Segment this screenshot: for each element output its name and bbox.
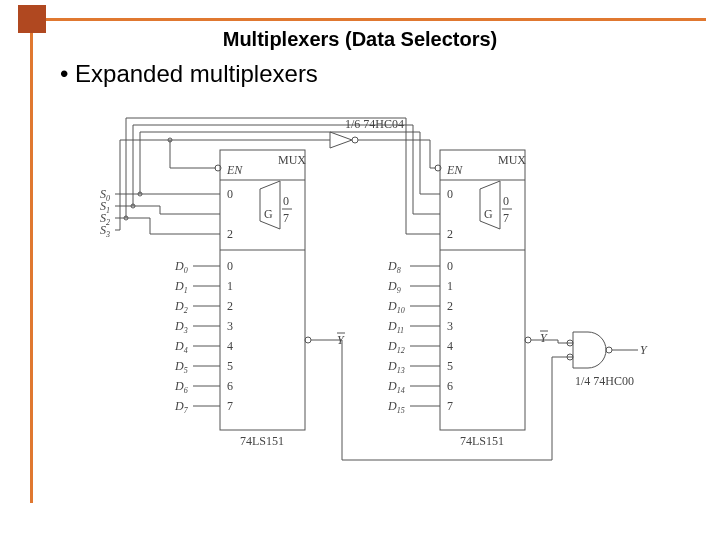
left-rule [30, 33, 33, 503]
svg-text:D5: D5 [174, 359, 188, 375]
inverter-icon [330, 132, 352, 148]
svg-text:D14: D14 [387, 379, 405, 395]
svg-text:2: 2 [447, 299, 453, 313]
svg-text:D10: D10 [387, 299, 405, 315]
svg-text:4: 4 [447, 339, 453, 353]
mux-left-g7: 7 [283, 211, 289, 225]
nand-gate-icon [573, 332, 606, 368]
ybar-right-label: Y [540, 331, 548, 345]
svg-text:2: 2 [447, 227, 453, 241]
mux-left-title: MUX [278, 153, 306, 167]
svg-text:0: 0 [447, 187, 453, 201]
schematic-diagram: MUX EN G 0 7 0 2 0 1 2 3 4 5 6 7 74LS151… [90, 110, 650, 480]
slide-title: Multiplexers (Data Selectors) [0, 28, 720, 51]
svg-text:D8: D8 [387, 259, 401, 275]
svg-text:0: 0 [447, 259, 453, 273]
svg-text:6: 6 [227, 379, 233, 393]
svg-text:D11: D11 [387, 319, 404, 335]
data-labels-left: D0 D1 D2 D3 D4 D5 D6 D7 [174, 259, 189, 415]
svg-text:D7: D7 [174, 399, 189, 415]
svg-point-64 [305, 337, 311, 343]
svg-text:7: 7 [503, 211, 509, 225]
top-rule [46, 18, 706, 21]
mux-right-g: G [484, 207, 493, 221]
mux-left-sel2: 2 [227, 227, 233, 241]
bullet-text: • Expanded multiplexers [60, 60, 318, 88]
svg-text:D6: D6 [174, 379, 188, 395]
svg-text:7: 7 [227, 399, 233, 413]
svg-text:D9: D9 [387, 279, 401, 295]
svg-text:D12: D12 [387, 339, 405, 355]
mux-left-sel0: 0 [227, 187, 233, 201]
svg-text:D3: D3 [174, 319, 188, 335]
svg-text:1: 1 [227, 279, 233, 293]
svg-text:D1: D1 [174, 279, 188, 295]
mux-left-en: EN [226, 163, 243, 177]
svg-text:D13: D13 [387, 359, 405, 375]
svg-text:5: 5 [447, 359, 453, 373]
nand-label: 1/4 74HC00 [575, 374, 634, 388]
svg-text:D15: D15 [387, 399, 405, 415]
svg-text:6: 6 [447, 379, 453, 393]
ybar-left-label: Y [337, 333, 345, 347]
svg-text:0: 0 [503, 194, 509, 208]
svg-text:1: 1 [447, 279, 453, 293]
mux-left-g0: 0 [283, 194, 289, 208]
data-labels-right: D8 D9 D10 D11 D12 D13 D14 D15 [387, 259, 405, 415]
y-output-label: Y [640, 343, 648, 357]
svg-text:0: 0 [227, 259, 233, 273]
svg-point-71 [525, 337, 531, 343]
mux-left-g: G [264, 207, 273, 221]
mux-right-en: EN [446, 163, 463, 177]
svg-text:D2: D2 [174, 299, 188, 315]
svg-text:5: 5 [227, 359, 233, 373]
svg-text:3: 3 [447, 319, 453, 333]
svg-text:7: 7 [447, 399, 453, 413]
mux-right-caption: 74LS151 [460, 434, 504, 448]
svg-text:2: 2 [227, 299, 233, 313]
svg-text:4: 4 [227, 339, 233, 353]
mux-right-title: MUX [498, 153, 526, 167]
svg-text:D4: D4 [174, 339, 188, 355]
svg-text:D0: D0 [174, 259, 188, 275]
svg-text:3: 3 [227, 319, 233, 333]
inverter-label: 1/6 74HC04 [345, 117, 404, 131]
mux-left-caption: 74LS151 [240, 434, 284, 448]
svg-point-78 [606, 347, 612, 353]
